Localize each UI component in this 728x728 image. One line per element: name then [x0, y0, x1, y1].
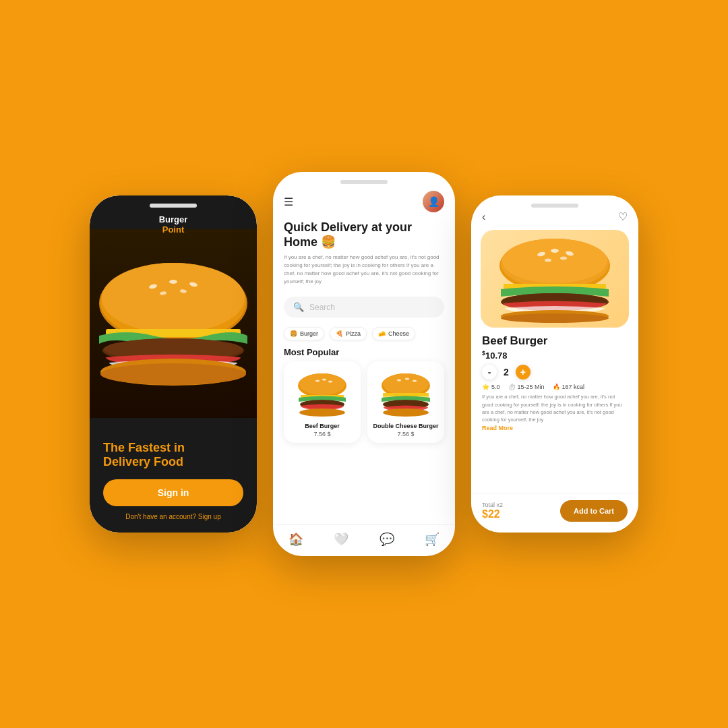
svg-point-16 — [322, 378, 326, 380]
signup-text: Don't have an account? Sign up — [103, 513, 243, 520]
logo-line1: Burger — [159, 214, 188, 224]
search-placeholder-text: Search — [309, 303, 335, 312]
svg-point-32 — [502, 239, 607, 283]
total-price: $22 — [482, 508, 503, 520]
phone-notch-3 — [531, 204, 578, 208]
detail-screen: ‹ ♡ — [471, 195, 638, 533]
svg-point-15 — [315, 380, 320, 382]
hero-section: Quick Delivery at your Home 🍔 If you are… — [273, 218, 455, 291]
category-chips: 🍔 Burger 🍕 Pizza 🧀 Cheese — [273, 323, 455, 344]
phone-home: ☰ 👤 Quick Delivery at your Home 🍔 If you… — [273, 172, 455, 556]
product-image-1 — [292, 368, 353, 419]
total-label: Total x2 — [482, 502, 503, 508]
search-icon: 🔍 — [293, 302, 304, 312]
phone-notch — [150, 204, 197, 208]
svg-point-24 — [405, 377, 409, 380]
svg-point-4 — [169, 280, 177, 284]
home-header: ☰ 👤 — [273, 172, 455, 218]
login-screen: Burger Point — [90, 195, 257, 533]
tagline-colored: Delivery Food — [103, 455, 183, 468]
nav-chat-icon[interactable]: 💬 — [380, 532, 394, 547]
read-more-link[interactable]: Read More — [482, 425, 628, 431]
phone-login: Burger Point — [90, 195, 257, 533]
category-pizza[interactable]: 🍕 Pizza — [330, 327, 367, 340]
tagline: The Fastest in Delivery Food — [103, 441, 243, 470]
product-grid: Beef Burger 7.56 $ — [273, 361, 455, 443]
hamburger-menu-icon[interactable]: ☰ — [284, 195, 293, 208]
hero-burger-image — [90, 229, 257, 418]
home-screen: ☰ 👤 Quick Delivery at your Home 🍔 If you… — [273, 172, 455, 556]
quantity-row: - 2 + — [482, 365, 628, 380]
user-avatar[interactable]: 👤 — [423, 191, 444, 212]
quantity-decrease-button[interactable]: - — [482, 365, 497, 380]
delivery-time-stat: ⏱️ 15-25 Min — [508, 384, 545, 390]
detail-top-bar: ‹ ♡ — [471, 195, 638, 223]
hero-description: If you are a chef, no matter how good ac… — [284, 253, 444, 286]
svg-point-2 — [102, 263, 245, 333]
stats-row: ⭐ 5.0 ⏱️ 15-25 Min 🔥 167 kcal — [482, 384, 628, 390]
svg-point-29 — [383, 408, 429, 417]
svg-point-17 — [328, 380, 332, 382]
back-button[interactable]: ‹ — [482, 211, 485, 223]
product-price-1: 7.56 $ — [313, 431, 330, 437]
signin-button[interactable]: Sign in — [103, 479, 243, 506]
detail-product-image — [481, 230, 629, 328]
product-detail-name: Beef Burger — [482, 334, 628, 348]
product-card-double-cheese[interactable]: Double Cheese Burger 7.56 $ — [367, 361, 444, 443]
favorite-icon[interactable]: ♡ — [618, 210, 628, 223]
svg-point-42 — [501, 313, 609, 323]
cart-row: Total x2 $22 Add to Cart — [471, 493, 638, 533]
category-cheese[interactable]: 🧀 Cheese — [372, 327, 415, 340]
add-to-cart-button[interactable]: Add to Cart — [560, 500, 628, 522]
svg-point-37 — [560, 256, 567, 260]
quantity-value: 2 — [504, 367, 509, 377]
product-info: Beef Burger $10.78 - 2 + ⭐ 5.0 — [471, 328, 638, 431]
phone-notch-2 — [340, 180, 388, 184]
svg-point-12 — [100, 363, 246, 385]
nav-cart-icon[interactable]: 🛒 — [425, 532, 439, 547]
product-detail-price: $10.78 — [482, 350, 628, 361]
burger-svg — [90, 249, 257, 398]
most-popular-label: Most Popular — [273, 344, 455, 361]
quantity-increase-button[interactable]: + — [516, 365, 530, 380]
svg-point-36 — [545, 258, 551, 262]
svg-point-14 — [299, 373, 345, 395]
login-bottom: The Fastest in Delivery Food Sign in Don… — [90, 430, 257, 533]
phones-container: Burger Point — [90, 172, 638, 556]
category-burger[interactable]: 🍔 Burger — [284, 327, 324, 340]
app-logo: Burger Point — [159, 214, 188, 235]
svg-point-25 — [413, 380, 417, 382]
calories-stat: 🔥 167 kcal — [553, 384, 585, 390]
signup-link[interactable]: Sign up — [198, 513, 221, 520]
nav-home-icon[interactable]: 🏠 — [289, 532, 303, 547]
product-image-2 — [375, 368, 436, 419]
svg-point-20 — [299, 408, 345, 417]
product-price-2: 7.56 $ — [397, 431, 414, 437]
product-name-2: Double Cheese Burger — [373, 423, 438, 429]
product-description: If you are a chef, no matter how good ac… — [482, 393, 628, 423]
product-card-beef-burger[interactable]: Beef Burger 7.56 $ — [284, 361, 361, 443]
phone-detail: ‹ ♡ — [471, 195, 638, 533]
logo-line2: Point — [159, 224, 188, 235]
search-bar[interactable]: 🔍 Search — [284, 297, 444, 317]
bottom-nav: 🏠 🤍 💬 🛒 — [273, 524, 455, 556]
total-section: Total x2 $22 — [482, 502, 503, 520]
hero-title: Quick Delivery at your Home 🍔 — [284, 220, 444, 249]
svg-point-22 — [383, 373, 429, 395]
nav-favorites-icon[interactable]: 🤍 — [334, 532, 348, 547]
rating-stat: ⭐ 5.0 — [482, 384, 500, 390]
product-name-1: Beef Burger — [305, 423, 340, 429]
svg-point-23 — [397, 379, 401, 381]
svg-point-34 — [551, 249, 559, 253]
